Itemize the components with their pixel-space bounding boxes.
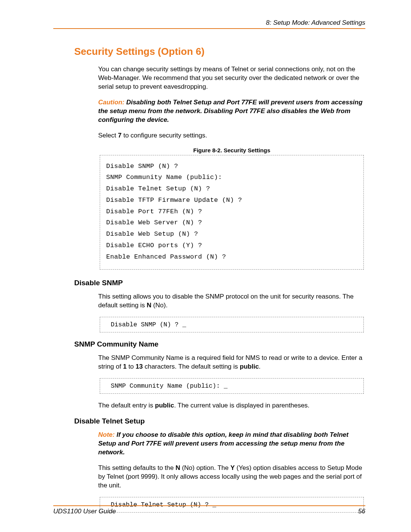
page-header: 8: Setup Mode: Advanced Settings [53,19,365,29]
note-label: Note: [98,431,115,438]
footer-page-number: 56 [358,508,365,515]
subheading-snmp-name: SNMP Community Name [74,340,365,348]
prompt-snmp-name: SNMP Community Name (public): _ [100,378,364,394]
select-instruction: Select 7 to configure security settings. [98,131,365,140]
terminal-line: Disable Web Setup (N) ? [106,228,357,240]
terminal-line: Disable SNMP (N) ? [106,161,357,172]
footer-guide: UDS1100 User Guide [53,508,116,515]
disable-telnet-paragraph: This setting defaults to the N (No) opti… [98,464,365,490]
subheading-disable-telnet: Disable Telnet Setup [74,417,365,425]
section-title: Security Settings (Option 6) [74,46,365,58]
page-footer: UDS1100 User Guide 56 [53,505,365,515]
terminal-line: Enable Enhanced Password (N) ? [106,251,357,263]
intro-paragraph: You can change security settings by mean… [98,65,365,91]
terminal-line: Disable Web Server (N) ? [106,217,357,228]
caution-text: Disabling both Telnet Setup and Port 77F… [98,99,363,123]
prompt-disable-snmp: Disable SNMP (N) ? _ [100,317,364,332]
terminal-line: SNMP Community Name (public): [106,172,357,183]
terminal-line: Disable ECHO ports (Y) ? [106,240,357,251]
terminal-line: Disable Port 77FEh (N) ? [106,206,357,217]
snmp-name-paragraph-2: The default entry is public. The current… [98,401,365,410]
caution-block: Caution: Disabling both Telnet Setup and… [98,98,365,125]
terminal-line: Disable Telnet Setup (N) ? [106,183,357,195]
document-page: 8: Setup Mode: Advanced Settings Securit… [0,0,411,532]
figure-caption: Figure 8-2. Security Settings [98,147,365,153]
subheading-disable-snmp: Disable SNMP [74,279,365,287]
note-block: Note: If you choose to disable this opti… [98,431,365,457]
disable-snmp-paragraph: This setting allows you to disable the S… [98,292,365,310]
note-text: If you choose to disable this option, ke… [98,431,349,456]
terminal-line: Disable TFTP Firmware Update (N) ? [106,195,357,206]
snmp-name-paragraph-1: The SNMP Community Name is a required fi… [98,354,365,371]
terminal-output: Disable SNMP (N) ? SNMP Community Name (… [100,155,364,270]
caution-label: Caution: [98,99,124,106]
chapter-label: 8: Setup Mode: Advanced Settings [266,19,365,26]
